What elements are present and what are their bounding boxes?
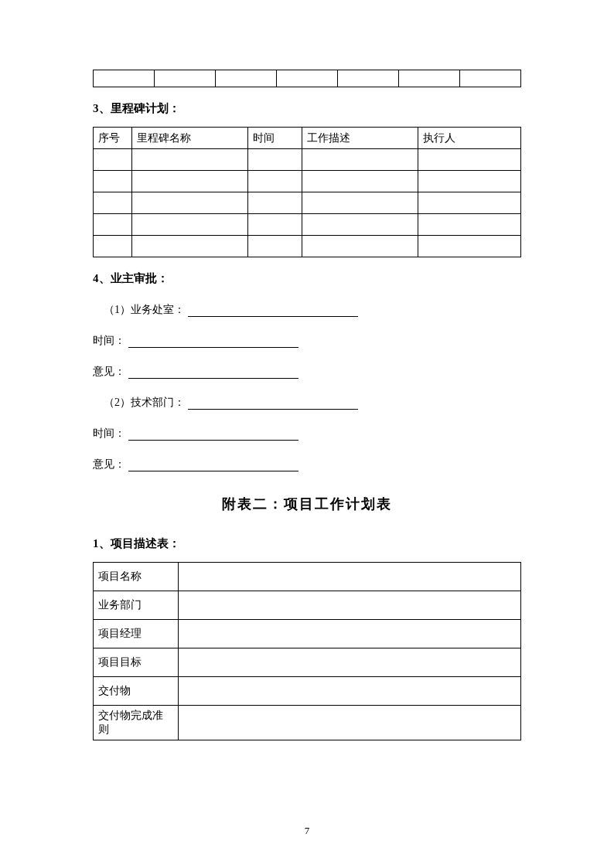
milestone-cell	[302, 192, 418, 214]
approval-opinion1: 意见：	[93, 365, 521, 379]
desc-value	[179, 591, 521, 620]
milestone-cell	[94, 171, 132, 192]
appendix-title: 附表二：项目工作计划表	[93, 495, 521, 513]
milestone-cell	[418, 192, 521, 214]
milestone-cell	[132, 171, 248, 192]
blank-cell	[155, 70, 216, 87]
milestone-header: 时间	[248, 128, 302, 149]
desc-value	[179, 706, 521, 740]
milestone-cell	[418, 149, 521, 171]
approval-item2-label: （2）技术部门：	[104, 397, 185, 408]
milestone-cell	[132, 214, 248, 236]
section3-heading: 3、里程碑计划：	[93, 101, 521, 116]
opinion1-field[interactable]	[128, 366, 298, 379]
milestone-cell	[132, 192, 248, 214]
milestone-cell	[132, 149, 248, 171]
opinion2-field[interactable]	[128, 459, 298, 471]
milestone-header: 工作描述	[302, 128, 418, 149]
milestone-cell	[94, 214, 132, 236]
blank-cell	[277, 70, 338, 87]
approval-opinion2: 意见：	[93, 458, 521, 471]
time-label: 时间：	[93, 427, 125, 439]
milestone-cell	[94, 149, 132, 171]
milestone-cell	[248, 192, 302, 214]
description-table: 项目名称 业务部门 项目经理 项目目标 交付物 交付物完成准则	[93, 562, 521, 740]
time2-field[interactable]	[128, 428, 298, 441]
desc-value	[179, 677, 521, 706]
milestone-cell	[418, 171, 521, 192]
milestone-cell	[302, 171, 418, 192]
milestone-cell	[132, 236, 248, 257]
opinion-label: 意见：	[93, 458, 125, 470]
milestone-header: 执行人	[418, 128, 521, 149]
desc-label: 交付物完成准则	[94, 706, 179, 740]
approval-tech-dept: （2）技术部门：	[93, 396, 521, 410]
milestone-cell	[302, 149, 418, 171]
milestone-cell	[248, 236, 302, 257]
desc-label: 业务部门	[94, 591, 179, 620]
desc-label: 交付物	[94, 677, 179, 706]
approval-business-office: （1）业务处室：	[93, 303, 521, 317]
blank-cell	[399, 70, 460, 87]
approval-time2: 时间：	[93, 427, 521, 441]
milestone-header: 序号	[94, 128, 132, 149]
milestone-cell	[94, 236, 132, 257]
blank-table	[93, 70, 521, 87]
time1-field[interactable]	[128, 335, 298, 348]
milestone-cell	[302, 236, 418, 257]
approval-time1: 时间：	[93, 334, 521, 348]
blank-cell	[216, 70, 277, 87]
milestone-cell	[94, 192, 132, 214]
desc-label: 项目目标	[94, 648, 179, 677]
milestone-table: 序号 里程碑名称 时间 工作描述 执行人	[93, 127, 521, 257]
section1-heading: 1、项目描述表：	[93, 536, 521, 551]
milestone-cell	[418, 236, 521, 257]
milestone-cell	[248, 214, 302, 236]
milestone-cell	[248, 171, 302, 192]
time-label: 时间：	[93, 335, 125, 346]
milestone-header: 里程碑名称	[132, 128, 248, 149]
desc-value	[179, 563, 521, 591]
desc-value	[179, 648, 521, 677]
milestone-cell	[418, 214, 521, 236]
page-number: 7	[0, 825, 614, 837]
approval-item2-field[interactable]	[188, 397, 358, 410]
approval-item1-label: （1）业务处室：	[104, 304, 185, 315]
blank-cell	[94, 70, 155, 87]
opinion-label: 意见：	[93, 366, 125, 377]
blank-cell	[460, 70, 521, 87]
section4-heading: 4、业主审批：	[93, 271, 521, 286]
milestone-cell	[302, 214, 418, 236]
blank-cell	[338, 70, 399, 87]
milestone-cell	[248, 149, 302, 171]
desc-label: 项目名称	[94, 563, 179, 591]
desc-label: 项目经理	[94, 620, 179, 648]
desc-value	[179, 620, 521, 648]
approval-item1-field[interactable]	[188, 305, 358, 317]
